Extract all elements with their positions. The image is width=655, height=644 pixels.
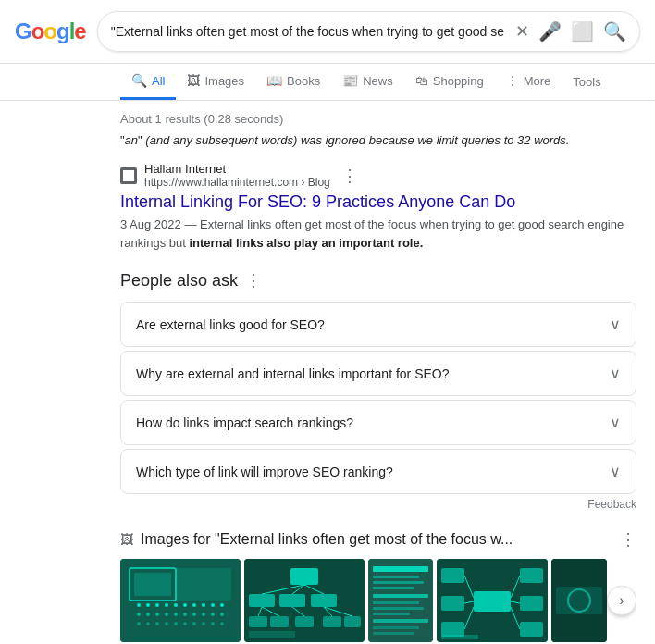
- svg-rect-45: [323, 616, 341, 627]
- paa-question-1: Are external links good for SEO?: [136, 317, 325, 332]
- paa-chevron-4: ∨: [610, 463, 621, 480]
- tab-books[interactable]: 📖 Books: [255, 64, 331, 100]
- images-next-button[interactable]: ›: [607, 586, 636, 615]
- svg-point-25: [155, 622, 159, 625]
- news-icon: 📰: [342, 73, 358, 88]
- tab-news-label: News: [363, 74, 393, 88]
- search-bar[interactable]: ✕ 🎤 ⬜ 🔍: [97, 11, 640, 52]
- main-content: About 1 results (0.28 seconds) "an" (and…: [0, 101, 655, 644]
- paa-question-2: Why are external and internal links impo…: [136, 366, 450, 381]
- logo-o2: o: [43, 19, 56, 43]
- image-thumb-1[interactable]: [120, 559, 241, 642]
- tools-button[interactable]: Tools: [562, 66, 612, 98]
- svg-rect-33: [176, 568, 231, 601]
- search-submit-button[interactable]: 🔍: [603, 20, 626, 43]
- shopping-icon: 🛍: [415, 73, 428, 88]
- svg-point-26: [165, 622, 168, 625]
- paa-title: People also ask ⋮: [120, 270, 636, 291]
- clear-button[interactable]: ✕: [515, 21, 529, 42]
- tab-images-label: Images: [204, 74, 244, 88]
- svg-rect-79: [441, 635, 478, 639]
- svg-rect-64: [373, 632, 414, 635]
- svg-point-18: [183, 613, 187, 616]
- tab-more-label: More: [524, 74, 551, 88]
- svg-point-4: [146, 603, 150, 607]
- google-logo[interactable]: Google: [15, 19, 86, 44]
- svg-rect-69: [441, 622, 464, 637]
- tab-all-label: All: [152, 74, 165, 88]
- svg-rect-71: [520, 596, 543, 611]
- favicon-inner: [123, 170, 134, 181]
- chevron-right-icon: ›: [619, 592, 624, 609]
- svg-point-21: [211, 613, 215, 616]
- search-icon: 🔍: [603, 20, 626, 43]
- svg-point-9: [192, 603, 196, 607]
- svg-rect-59: [373, 601, 419, 604]
- svg-rect-58: [373, 594, 428, 598]
- svg-point-28: [183, 622, 187, 625]
- tab-news[interactable]: 📰 News: [331, 64, 404, 100]
- tab-books-label: Books: [287, 74, 320, 88]
- paa-item-3[interactable]: How do links impact search rankings? ∨: [120, 400, 636, 445]
- image-thumb-2[interactable]: [244, 559, 365, 642]
- tab-all[interactable]: 🔍 All: [120, 64, 176, 100]
- paa-item-4[interactable]: Which type of link will improve SEO rank…: [120, 449, 636, 494]
- tab-images[interactable]: 🖼 Images: [176, 64, 255, 100]
- svg-rect-60: [373, 607, 424, 610]
- all-icon: 🔍: [131, 73, 147, 88]
- image-thumb-3[interactable]: [368, 559, 433, 642]
- paa-question-3: How do links impact search rankings?: [136, 415, 353, 430]
- svg-point-7: [174, 603, 178, 607]
- query-note-text: (and any subsequent words) was ignored b…: [145, 133, 569, 147]
- paa-chevron-3: ∨: [610, 414, 621, 431]
- svg-rect-36: [249, 594, 275, 607]
- nav-tabs: 🔍 All 🖼 Images 📖 Books 📰 News 🛍 Shopping…: [0, 64, 655, 101]
- paa-feedback[interactable]: Feedback: [120, 498, 636, 511]
- logo-o1: o: [31, 19, 44, 43]
- svg-rect-38: [311, 594, 337, 607]
- svg-point-14: [146, 613, 150, 616]
- svg-rect-44: [295, 616, 314, 627]
- svg-point-20: [202, 613, 205, 616]
- snippet-em-dash: —: [184, 217, 200, 231]
- svg-point-3: [137, 603, 141, 607]
- svg-point-27: [174, 622, 178, 625]
- image-thumb-5[interactable]: [551, 559, 607, 642]
- svg-point-8: [183, 603, 187, 607]
- image-thumb-4[interactable]: [437, 559, 548, 642]
- tab-shopping[interactable]: 🛍 Shopping: [404, 64, 495, 100]
- result-source: Hallam Internet https://www.hallamintern…: [120, 162, 636, 189]
- svg-point-17: [174, 613, 178, 616]
- svg-point-10: [202, 603, 205, 607]
- result-title-link[interactable]: Internal Linking For SEO: 9 Practices An…: [120, 192, 636, 212]
- result-options-button[interactable]: ⋮: [341, 166, 358, 186]
- svg-point-32: [220, 622, 224, 625]
- tab-more[interactable]: ⋮ More: [495, 64, 562, 100]
- paa-options-button[interactable]: ⋮: [245, 270, 262, 291]
- images-options-button[interactable]: ⋮: [620, 529, 636, 550]
- paa-chevron-1: ∨: [610, 316, 621, 333]
- lens-button[interactable]: ⬜: [571, 20, 594, 43]
- paa-item-1[interactable]: Are external links good for SEO? ∨: [120, 302, 636, 347]
- svg-rect-63: [373, 626, 419, 629]
- results-stats: About 1 results (0.28 seconds): [120, 112, 636, 126]
- people-also-ask-section: People also ask ⋮ Are external links goo…: [120, 270, 636, 511]
- images-container: › Feedback: [120, 559, 636, 644]
- images-header-icon: 🖼: [120, 532, 133, 547]
- images-header-text: Images for "External links often get mos…: [141, 531, 612, 548]
- svg-rect-62: [373, 619, 428, 623]
- svg-point-30: [202, 622, 205, 625]
- paa-item-2[interactable]: Why are external and internal links impo…: [120, 351, 636, 396]
- search-result: Hallam Internet https://www.hallamintern…: [120, 162, 636, 252]
- logo-e: e: [74, 19, 85, 43]
- paa-chevron-2: ∨: [610, 365, 621, 382]
- search-input[interactable]: [111, 24, 508, 39]
- result-snippet: 3 Aug 2022 — External links often get mo…: [120, 216, 636, 252]
- svg-point-31: [211, 622, 215, 625]
- svg-rect-61: [373, 613, 410, 615]
- svg-point-22: [220, 613, 224, 616]
- svg-rect-55: [373, 576, 419, 578]
- tab-shopping-label: Shopping: [433, 74, 484, 88]
- paa-title-text: People also ask: [120, 271, 238, 291]
- voice-search-button[interactable]: 🎤: [538, 20, 562, 43]
